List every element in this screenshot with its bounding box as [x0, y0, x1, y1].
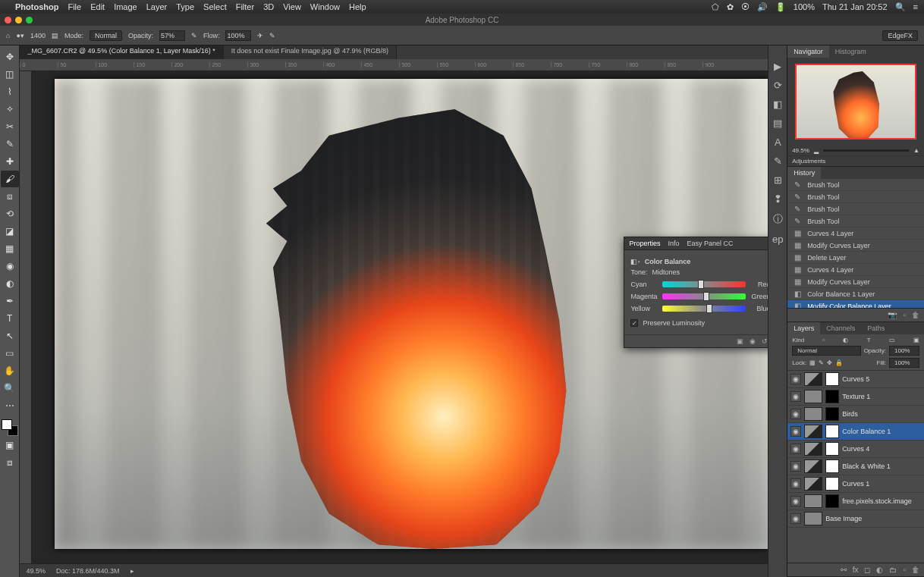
- layer-adj-thumb[interactable]: [804, 442, 822, 456]
- properties-panel[interactable]: Properties Info Easy Panel CC ◧▫ Color B…: [624, 237, 768, 348]
- flow-input[interactable]: [225, 30, 251, 41]
- doc-tab-2[interactable]: It does not exist Finale Image.jpg @ 47.…: [224, 45, 397, 59]
- strip-character-icon[interactable]: A: [775, 136, 781, 148]
- filter-img-icon[interactable]: ▫: [822, 337, 825, 343]
- layer-adj-thumb[interactable]: [804, 425, 822, 438]
- ruler-horizontal[interactable]: 0501001502002503003504004505005506006507…: [20, 59, 768, 71]
- visibility-toggle[interactable]: ◉: [790, 461, 801, 472]
- layer-row[interactable]: ◉Birds: [787, 406, 924, 423]
- layer-mask-thumb[interactable]: [825, 407, 839, 421]
- layer-thumb[interactable]: [804, 407, 822, 421]
- visibility-toggle[interactable]: ◉: [790, 426, 801, 437]
- lock-pos-icon[interactable]: ✥: [827, 359, 832, 366]
- visibility-toggle[interactable]: ◉: [790, 374, 801, 384]
- info-tab[interactable]: Info: [668, 240, 679, 247]
- layer-name[interactable]: free.pixels.stock.image: [842, 497, 912, 505]
- tool-more[interactable]: ⋯: [1, 397, 19, 414]
- layer-name[interactable]: Black & White 1: [842, 463, 891, 470]
- strip-info-icon[interactable]: ⓘ: [773, 212, 783, 226]
- menu-file[interactable]: File: [68, 2, 81, 11]
- channels-tab[interactable]: Channels: [820, 322, 861, 334]
- layer-mask-thumb[interactable]: [825, 459, 839, 473]
- tool-shape[interactable]: ▭: [1, 345, 19, 362]
- tool-zoom[interactable]: 🔍: [1, 380, 19, 397]
- evernote-icon[interactable]: ✿: [727, 2, 734, 12]
- layer-row[interactable]: ◉Base Image: [787, 510, 924, 528]
- history-item[interactable]: ▦Curves 4 Layer: [787, 227, 924, 240]
- history-trash-icon[interactable]: 🗑: [912, 311, 919, 319]
- opacity-input[interactable]: [159, 30, 185, 41]
- tool-type[interactable]: T: [1, 310, 19, 327]
- tool-crop[interactable]: ✂: [1, 118, 19, 135]
- history-item[interactable]: ▦Delete Layer: [787, 252, 924, 264]
- layer-name[interactable]: Color Balance 1: [842, 428, 891, 435]
- tool-brush[interactable]: 🖌: [1, 171, 19, 187]
- tone-select[interactable]: Midtones: [652, 268, 768, 276]
- easypanel-tab[interactable]: Easy Panel CC: [687, 240, 733, 247]
- menu-3d[interactable]: 3D: [263, 2, 274, 11]
- tool-move[interactable]: ✥: [1, 49, 19, 65]
- menu-extra-icon[interactable]: ≡: [913, 2, 918, 11]
- filter-shape-icon[interactable]: ▭: [889, 337, 895, 343]
- cyan-red-slider[interactable]: [662, 281, 746, 287]
- wifi-icon[interactable]: ⦿: [741, 2, 750, 11]
- layer-row[interactable]: ◉free.pixels.stock.image: [787, 493, 924, 510]
- layer-mask-thumb[interactable]: [825, 442, 839, 456]
- strip-swatch-icon[interactable]: ◧: [773, 99, 782, 110]
- layer-name[interactable]: Birds: [842, 410, 858, 418]
- layer-adj-thumb[interactable]: [804, 372, 822, 386]
- brush-preset-icon[interactable]: ●▾: [16, 32, 24, 39]
- tool-pen[interactable]: ✒: [1, 293, 19, 309]
- ruler-vertical[interactable]: [20, 71, 32, 563]
- mask-icon[interactable]: ◻: [864, 566, 870, 574]
- nav-zoom-value[interactable]: 49.5%: [792, 147, 809, 154]
- visibility-toggle[interactable]: ◉: [790, 444, 801, 454]
- history-item[interactable]: ▦Curves 4 Layer: [787, 264, 924, 276]
- strip-grid-icon[interactable]: ⊞: [774, 174, 782, 186]
- tool-history-brush[interactable]: ⟲: [1, 205, 19, 222]
- delete-layer-icon[interactable]: 🗑: [912, 566, 919, 574]
- visibility-toggle[interactable]: ◉: [790, 513, 801, 524]
- histogram-tab[interactable]: Histogram: [829, 45, 872, 58]
- volume-icon[interactable]: 🔊: [757, 2, 768, 12]
- properties-tab[interactable]: Properties: [629, 240, 660, 247]
- tool-lasso[interactable]: ⌇: [1, 83, 19, 100]
- doc-info[interactable]: Doc: 178.6M/440.3M: [56, 567, 120, 575]
- minimize-button[interactable]: [15, 17, 22, 24]
- menu-window[interactable]: Window: [310, 2, 340, 11]
- layer-name[interactable]: Base Image: [825, 515, 862, 522]
- link-icon[interactable]: ⚯: [841, 566, 847, 574]
- layer-name[interactable]: Texture 1: [842, 393, 870, 400]
- app-name[interactable]: Photoshop: [15, 2, 58, 11]
- filter-adj-icon[interactable]: ◐: [843, 337, 848, 343]
- brush-panel-icon[interactable]: ▤: [52, 32, 58, 39]
- layer-name[interactable]: Curves 4: [842, 445, 869, 453]
- zoom-in-icon[interactable]: ▲: [913, 147, 919, 154]
- zoom-readout[interactable]: 49.5%: [26, 567, 46, 575]
- menu-filter[interactable]: Filter: [236, 2, 254, 11]
- history-snapshot-icon[interactable]: 📷: [888, 311, 897, 319]
- tool-wand[interactable]: ✧: [1, 101, 19, 118]
- menu-edit[interactable]: Edit: [90, 2, 105, 11]
- battery-icon[interactable]: 🔋: [775, 2, 786, 12]
- clip-icon[interactable]: ▣: [737, 337, 743, 345]
- fill-value[interactable]: 100%: [889, 358, 919, 368]
- lock-all-icon[interactable]: 🔒: [835, 359, 843, 366]
- tool-dodge[interactable]: ◐: [1, 275, 19, 292]
- history-item[interactable]: ✎Brush Tool: [787, 215, 924, 227]
- history-item[interactable]: ✎Brush Tool: [787, 191, 924, 203]
- paths-tab[interactable]: Paths: [861, 322, 891, 334]
- menu-type[interactable]: Type: [176, 2, 194, 11]
- yellow-blue-slider[interactable]: [662, 306, 746, 312]
- layer-thumb[interactable]: [804, 512, 822, 525]
- layer-adj-thumb[interactable]: [804, 477, 822, 491]
- pressure-size-icon[interactable]: ✎: [269, 32, 275, 39]
- visibility-toggle[interactable]: ◉: [790, 391, 801, 402]
- doc-tab-1[interactable]: _MG_6607.CR2 @ 49.5% (Color Balance 1, L…: [20, 45, 223, 59]
- layer-mask-thumb[interactable]: [825, 425, 839, 438]
- traffic-lights[interactable]: [5, 17, 33, 24]
- layer-thumb[interactable]: [804, 390, 822, 403]
- menu-layer[interactable]: Layer: [146, 2, 168, 11]
- visibility-toggle[interactable]: ◉: [790, 409, 801, 419]
- mode-select[interactable]: Normal: [90, 30, 122, 41]
